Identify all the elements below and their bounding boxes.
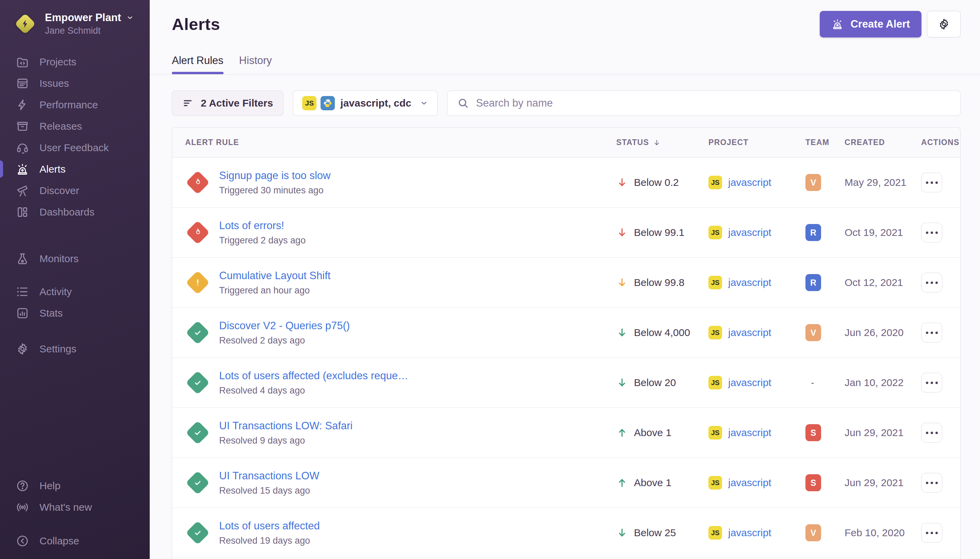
project-link[interactable]: javascript	[728, 277, 771, 288]
column-header-actions: Actions	[919, 138, 960, 147]
settings-icon	[16, 342, 29, 356]
row-actions-button[interactable]	[921, 273, 942, 293]
sidebar: Empower Plant Jane Schmidt Projects Issu…	[0, 0, 150, 559]
tabs: Alert RulesHistory	[150, 55, 980, 74]
javascript-project-icon: JS	[708, 176, 722, 189]
app: Empower Plant Jane Schmidt Projects Issu…	[0, 0, 980, 559]
sidebar-item-settings[interactable]: Settings	[0, 338, 150, 359]
resolved-severity-icon	[186, 371, 210, 395]
row-actions-button[interactable]	[921, 373, 942, 392]
issues-icon	[16, 77, 29, 90]
trend-arrow-down-icon	[616, 327, 628, 338]
row-actions-button[interactable]	[921, 223, 942, 242]
sidebar-footer: Help What's new Collapse	[0, 475, 150, 551]
team-badge: V	[805, 324, 821, 341]
help-icon	[16, 479, 29, 493]
sidebar-item-alerts[interactable]: Alerts	[0, 158, 150, 180]
filter-icon	[182, 98, 194, 109]
alert-rule-link[interactable]: Cumulative Layout Shift	[219, 270, 330, 282]
sidebar-item-activity[interactable]: Activity	[0, 281, 150, 302]
alerts-icon	[16, 162, 29, 176]
project-link[interactable]: javascript	[728, 227, 771, 238]
table-header-row: Alert Rule Status Project Team Created A…	[172, 128, 960, 158]
create-alert-button[interactable]: Create Alert	[820, 11, 921, 38]
sidebar-item-performance[interactable]: Performance	[0, 94, 150, 116]
org-switcher[interactable]: Empower Plant Jane Schmidt	[0, 0, 150, 36]
org-name: Empower Plant	[45, 12, 121, 24]
project-link[interactable]: javascript	[728, 327, 771, 338]
trend-arrow-down-icon	[616, 227, 628, 238]
row-actions-button[interactable]	[921, 423, 942, 443]
search-box[interactable]	[447, 91, 960, 116]
sidebar-item-monitors[interactable]: Monitors	[0, 248, 150, 269]
sidebar-item-issues[interactable]: Issues	[0, 73, 150, 94]
row-actions-button[interactable]	[921, 323, 942, 342]
project-link[interactable]: javascript	[728, 427, 771, 438]
sidebar-item-dashboards[interactable]: Dashboards	[0, 201, 150, 223]
sidebar-item-user-feedback[interactable]: User Feedback	[0, 137, 150, 158]
row-actions-button[interactable]	[921, 473, 942, 493]
alert-rule-subtitle: Resolved 15 days ago	[219, 485, 320, 496]
project-link[interactable]: javascript	[728, 477, 771, 488]
column-header-alert-rule: Alert Rule	[172, 138, 613, 147]
javascript-project-icon: JS	[708, 226, 722, 239]
team-badge: S	[805, 474, 821, 491]
whats-new-icon	[16, 500, 29, 514]
trend-arrow-down-icon	[616, 277, 628, 288]
project-selector[interactable]: JS javascript, cdc	[293, 91, 437, 116]
alert-rule-link[interactable]: Lots of users affected	[219, 520, 320, 532]
row-actions-button[interactable]	[921, 173, 942, 192]
project-link[interactable]: javascript	[728, 377, 771, 389]
table-row: UI Transactions LOW Resolved 15 days ago…	[172, 458, 960, 508]
active-filters-button[interactable]: 2 Active Filters	[172, 91, 284, 116]
page-header: Alerts Create Alert	[150, 0, 980, 38]
created-date: Jun 29, 2021	[843, 427, 919, 438]
tab-history[interactable]: History	[239, 55, 272, 74]
sidebar-item-what-s-new[interactable]: What's new	[0, 496, 150, 518]
alert-rule-subtitle: Triggered an hour ago	[219, 285, 330, 296]
critical-severity-icon	[186, 170, 210, 195]
column-header-team: Team	[803, 138, 843, 147]
trend-arrow-down-icon	[616, 177, 628, 188]
alert-rule-subtitle: Resolved 19 days ago	[219, 536, 320, 546]
team-badge: R	[805, 224, 821, 241]
alert-rule-link[interactable]: UI Transactions LOW	[219, 470, 320, 482]
sidebar-item-releases[interactable]: Releases	[0, 116, 150, 137]
alert-rule-link[interactable]: UI Transactions LOW: Safari	[219, 420, 353, 432]
sidebar-item-stats[interactable]: Stats	[0, 302, 150, 324]
alert-rule-link[interactable]: Discover V2 - Queries p75()	[219, 320, 350, 332]
search-input[interactable]	[476, 97, 951, 109]
status-value: Below 4,000	[634, 327, 690, 338]
created-date: Jun 26, 2020	[843, 327, 919, 338]
sidebar-item-collapse[interactable]: Collapse	[0, 530, 150, 551]
created-date: Feb 10, 2020	[843, 527, 919, 539]
sidebar-item-help[interactable]: Help	[0, 475, 150, 496]
trend-arrow-down-icon	[616, 527, 628, 539]
trend-arrow-up-icon	[616, 477, 628, 488]
tab-alert-rules[interactable]: Alert Rules	[172, 55, 224, 74]
javascript-project-icon: JS	[708, 526, 722, 539]
team-badge: S	[805, 424, 821, 441]
column-header-status[interactable]: Status	[613, 138, 707, 147]
user-name: Jane Schmidt	[45, 26, 134, 36]
sidebar-item-discover[interactable]: Discover	[0, 180, 150, 201]
sidebar-item-projects[interactable]: Projects	[0, 51, 150, 73]
gear-icon	[937, 18, 950, 31]
collapse-icon	[16, 534, 29, 548]
alert-rules-table: Alert Rule Status Project Team Created A…	[172, 127, 960, 559]
alert-rule-link[interactable]: Lots of errors!	[219, 220, 305, 232]
critical-severity-icon	[186, 221, 210, 245]
column-header-created: Created	[843, 138, 919, 147]
project-link[interactable]: javascript	[728, 527, 771, 539]
created-date: Jan 10, 2022	[843, 377, 919, 389]
table-row: Discover V2 - Queries p75() Resolved 2 d…	[172, 308, 960, 358]
settings-button[interactable]	[927, 11, 960, 38]
status-value: Above 1	[634, 477, 671, 488]
alert-rule-link[interactable]: Lots of users affected (excludes reque…	[219, 370, 408, 382]
trend-arrow-up-icon	[616, 427, 628, 438]
javascript-project-icon: JS	[302, 96, 317, 110]
table-row: Lots of errors! Triggered 2 days ago Bel…	[172, 208, 960, 258]
project-link[interactable]: javascript	[728, 177, 771, 188]
row-actions-button[interactable]	[921, 523, 942, 542]
alert-rule-link[interactable]: Signup page is too slow	[219, 170, 330, 182]
